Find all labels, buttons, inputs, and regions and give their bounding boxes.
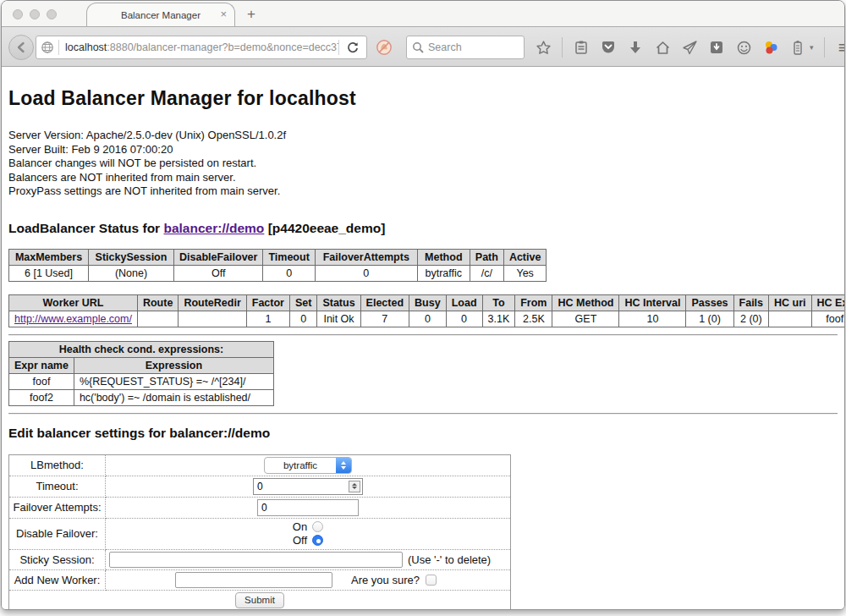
send-tab-button[interactable] (681, 38, 698, 57)
column-header: Active (503, 249, 547, 265)
radio-off-label: Off (293, 534, 307, 547)
table-cell: 0 (446, 311, 482, 327)
bookmarks-menu-button[interactable] (573, 38, 590, 57)
pocket-button[interactable] (600, 38, 617, 57)
tab-close-icon[interactable]: × (220, 8, 227, 20)
menu-button[interactable]: ≡ (835, 38, 845, 57)
server-info: Server Version: Apache/2.5.0-dev (Unix) … (8, 129, 838, 199)
disable-failover-on-radio[interactable] (312, 521, 323, 532)
home-icon (655, 40, 671, 56)
reload-icon (346, 41, 360, 54)
toolbar-separator (562, 37, 563, 58)
table-header-row: MaxMembers StickySession DisableFailover… (9, 249, 547, 265)
lbmethod-select[interactable]: bytraffic (264, 457, 352, 474)
site-identity-button[interactable] (36, 41, 58, 54)
new-tab-button[interactable]: + (247, 6, 255, 23)
column-header: Method (417, 249, 470, 265)
number-stepper-icon[interactable] (349, 481, 360, 492)
column-header: StickySession (89, 249, 174, 265)
emoji-button[interactable] (735, 38, 752, 57)
extension-download-button[interactable] (708, 38, 725, 57)
page-content: Load Balancer Manager for localhost Serv… (2, 69, 844, 609)
table-cell: foof2 (811, 311, 844, 327)
table-cell: Yes (503, 265, 547, 281)
minimize-window-button[interactable] (30, 9, 40, 19)
column-header: HC uri (769, 294, 812, 311)
table-header-row: Health check cond. expressions: (9, 341, 274, 357)
zoom-window-button[interactable] (47, 9, 57, 19)
column-header: Status (317, 294, 360, 311)
form-row-failover: Failover Attempts: (9, 497, 511, 518)
form-row-submit: Submit (9, 590, 511, 609)
window-controls (13, 9, 57, 19)
disable-failover-label: Disable Failover: (9, 518, 106, 549)
table-cell: http://www.example.com/ (9, 311, 138, 327)
failover-attempts-input[interactable] (257, 499, 359, 516)
search-bar[interactable] (406, 36, 525, 59)
table-cell: bytraffic (417, 265, 470, 281)
column-header: FailoverAttempts (315, 249, 417, 265)
sticky-session-input[interactable] (109, 552, 403, 568)
timeout-input[interactable] (253, 478, 363, 495)
table-row: http://www.example.com/ 1 0 Init Ok 7 0 … (9, 311, 845, 327)
section-divider (8, 334, 838, 336)
are-you-sure-checkbox[interactable] (426, 575, 437, 586)
column-header: Path (470, 249, 503, 265)
hamburger-icon: ≡ (838, 39, 845, 56)
column-header: MaxMembers (9, 249, 89, 265)
table-cell (179, 311, 246, 327)
form-row-lbmethod: LBmethod: bytraffic (9, 454, 511, 476)
table-cell: foof2 (9, 389, 74, 405)
tab-strip: Balancer Manager × + (2, 1, 844, 26)
bookmark-star-button[interactable] (535, 38, 552, 57)
colors-extension-button[interactable] (762, 38, 779, 57)
downloads-button[interactable] (627, 38, 644, 57)
table-cell: 0 (263, 265, 315, 281)
column-header: Expression (74, 357, 273, 373)
table-cell: 7 (360, 311, 409, 327)
column-header: To (482, 294, 515, 311)
column-header: RouteRedir (179, 294, 246, 311)
reload-button[interactable] (339, 41, 366, 54)
table-cell: /c/ (470, 265, 503, 281)
select-stepper-icon (336, 458, 351, 473)
adblock-button[interactable] (376, 38, 393, 57)
column-header: Passes (686, 294, 733, 311)
back-arrow-icon (14, 41, 28, 54)
column-header: Load (446, 294, 482, 311)
lbmethod-selected-value: bytraffic (265, 458, 336, 473)
add-worker-input[interactable] (175, 572, 332, 588)
table-cell: GET (552, 311, 619, 327)
table-cell: 0 (315, 265, 417, 281)
are-you-sure-label: Are you sure? (351, 574, 420, 586)
disable-failover-off-radio[interactable] (312, 535, 323, 546)
battery-extension-button[interactable] (789, 38, 806, 57)
table-cell: 0 (289, 311, 316, 327)
download-arrow-icon (628, 40, 643, 55)
add-worker-label: Add New Worker: (9, 569, 106, 590)
tab-balancer-manager[interactable]: Balancer Manager × (86, 3, 235, 26)
persist-note-line: Balancer changes will NOT be persisted o… (8, 157, 838, 171)
back-button[interactable] (8, 35, 34, 60)
worker-table: Worker URL Route RouteRedir Factor Set S… (8, 294, 844, 327)
column-header: Elected (360, 294, 409, 311)
close-window-button[interactable] (13, 9, 23, 19)
table-cell: %{REQUEST_STATUS} =~ /^[234]/ (74, 373, 273, 389)
balancer-summary-table: MaxMembers StickySession DisableFailover… (8, 249, 547, 282)
chevron-down-icon[interactable]: ▾ (810, 43, 814, 52)
pocket-icon (601, 40, 616, 55)
smiley-icon (736, 40, 752, 56)
worker-url-link[interactable]: http://www.example.com/ (14, 313, 132, 325)
status-heading-suffix: [p4420eeae_demo] (264, 221, 385, 235)
table-cell: 3.1K (482, 311, 515, 327)
home-button[interactable] (654, 38, 671, 57)
url-text[interactable]: localhost:8880/balancer-manager?b=demo&n… (59, 41, 338, 53)
url-bar[interactable]: localhost:8880/balancer-manager?b=demo&n… (36, 36, 367, 59)
star-icon (536, 40, 552, 56)
table-cell: 0 (409, 311, 447, 327)
section-divider-2 (8, 413, 838, 415)
search-input[interactable] (428, 41, 513, 53)
table-cell: 2.5K (515, 311, 552, 327)
balancer-demo-link[interactable]: balancer://demo (163, 221, 264, 235)
submit-button[interactable]: Submit (235, 592, 284, 608)
